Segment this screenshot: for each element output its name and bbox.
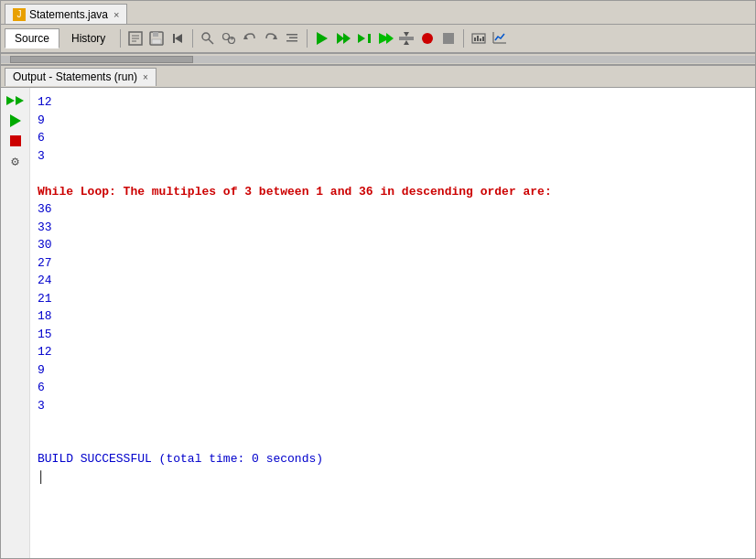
output-tab-close[interactable]: × (143, 72, 148, 82)
replace-icon-btn[interactable] (219, 28, 239, 48)
stop-btn[interactable] (438, 28, 459, 48)
scroll-track (1, 56, 755, 63)
svg-marker-29 (404, 40, 409, 45)
svg-rect-6 (152, 39, 161, 44)
output-line: 3 (38, 397, 748, 415)
step-out-btn[interactable] (396, 28, 416, 48)
stop-square (10, 135, 21, 146)
profile-icon (470, 30, 487, 47)
output-line (38, 165, 748, 183)
history-tab-button[interactable]: History (61, 28, 115, 48)
toolbar-separator-4 (463, 29, 464, 48)
file-tab-statements[interactable]: J Statements.java × (5, 4, 127, 24)
output-line: 21 (38, 290, 748, 308)
edit-icon-btn[interactable] (125, 28, 146, 48)
svg-marker-26 (386, 33, 394, 44)
svg-rect-35 (480, 38, 481, 41)
replace-icon (221, 30, 237, 47)
svg-point-30 (422, 33, 433, 44)
scroll-thumb[interactable] (10, 56, 193, 63)
output-line: 30 (38, 236, 748, 254)
find-icon-btn[interactable] (198, 28, 218, 48)
record-btn[interactable] (417, 28, 437, 48)
redo-icon (263, 30, 279, 47)
run2-icon-btn[interactable] (333, 28, 353, 48)
step-arrow (10, 114, 21, 127)
profile-icon-btn[interactable] (469, 28, 489, 48)
indent-icon (284, 30, 300, 47)
toolbar-group-4 (469, 28, 510, 48)
output-line: BUILD SUCCESSFUL (total time: 0 seconds) (38, 450, 748, 468)
output-line: While Loop: The multiples of 3 between 1… (38, 183, 748, 201)
toolbar-group-1 (125, 28, 188, 48)
chart-icon-btn[interactable] (490, 28, 510, 48)
toolbar-group-3 (312, 28, 459, 48)
output-line: 9 (38, 361, 748, 380)
output-body: ⚙ 12963 While Loop: The multiples of 3 b… (1, 88, 755, 558)
step-over-btn[interactable] (354, 28, 374, 48)
svg-rect-34 (477, 36, 479, 41)
step-gutter-btn[interactable] (6, 112, 25, 130)
output-line (38, 414, 748, 433)
chart-icon (491, 30, 508, 47)
svg-rect-5 (153, 32, 158, 37)
svg-marker-20 (317, 32, 328, 45)
svg-point-9 (202, 33, 210, 40)
edit-icon (127, 30, 144, 47)
find-icon (200, 30, 216, 47)
tools-gutter-btn[interactable]: ⚙ (6, 152, 25, 170)
svg-rect-33 (474, 38, 476, 41)
toolbar-separator-3 (307, 29, 308, 48)
output-tab-label: Output - Statements (run) (13, 70, 137, 83)
output-content[interactable]: 12963 While Loop: The multiples of 3 bet… (30, 88, 755, 558)
output-line: 12 (38, 343, 748, 361)
step-into-icon (377, 30, 394, 47)
svg-marker-23 (358, 34, 365, 43)
svg-rect-8 (173, 34, 175, 43)
step-out-icon (398, 30, 415, 47)
run-icon-btn[interactable] (312, 28, 332, 48)
java-file-icon: J (13, 8, 26, 21)
save-icon-btn[interactable] (146, 28, 167, 48)
svg-marker-7 (175, 34, 182, 43)
step-into-btn[interactable] (375, 28, 395, 48)
run-icon (314, 30, 330, 47)
svg-rect-24 (368, 34, 371, 43)
run-gutter-btn[interactable] (6, 91, 25, 110)
redo-icon-btn[interactable] (261, 28, 281, 48)
step-over-icon (356, 30, 373, 47)
file-tab-close[interactable]: × (113, 9, 119, 20)
source-tab-button[interactable]: Source (5, 28, 59, 48)
toolbar-row: Source History (1, 25, 755, 54)
run-arrow-1 (6, 96, 15, 105)
output-line: 3 (38, 147, 748, 166)
output-line: │ (38, 468, 748, 487)
undo-icon-btn[interactable] (240, 28, 260, 48)
tools-icon: ⚙ (11, 154, 18, 169)
output-line (38, 433, 748, 451)
svg-rect-17 (286, 34, 297, 36)
back-icon-btn[interactable] (167, 28, 188, 48)
main-window: J Statements.java × Source History (0, 0, 756, 559)
toolbar-separator-1 (120, 29, 121, 48)
output-line: 18 (38, 307, 748, 326)
editor-scrollbar[interactable] (1, 54, 755, 65)
file-tab-label: Statements.java (29, 8, 108, 21)
run-arrow-2 (16, 96, 24, 105)
svg-rect-36 (482, 37, 484, 41)
svg-marker-21 (337, 33, 344, 44)
record-icon (419, 30, 436, 47)
svg-line-10 (209, 39, 213, 44)
output-line: 24 (38, 272, 748, 290)
svg-rect-27 (399, 37, 414, 40)
file-tab-bar: J Statements.java × (1, 1, 755, 25)
indent-icon-btn[interactable] (282, 28, 302, 48)
output-tab[interactable]: Output - Statements (run) × (5, 68, 157, 86)
output-line: 33 (38, 219, 748, 237)
stop-icon (440, 30, 457, 47)
output-line: 27 (38, 254, 748, 273)
output-line: 6 (38, 379, 748, 397)
svg-rect-19 (286, 40, 297, 42)
stop-gutter-btn[interactable] (6, 132, 25, 150)
output-line: 15 (38, 326, 748, 344)
